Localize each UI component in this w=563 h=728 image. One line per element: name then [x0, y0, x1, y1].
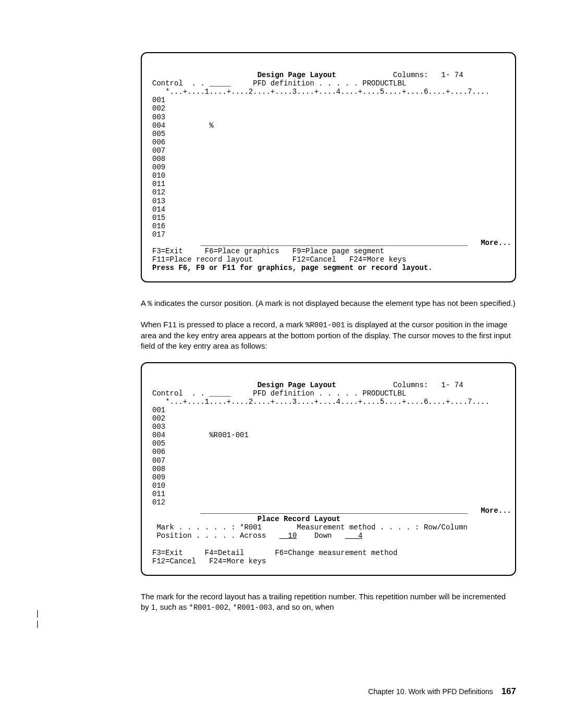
control-label: Control . .: [152, 79, 205, 88]
line: 009: [152, 473, 165, 482]
line: 003: [152, 423, 165, 431]
ruler: *...+....1....+....2....+....3....+....4…: [152, 88, 489, 96]
line: 013: [152, 197, 165, 205]
columns-value: 1- 74: [442, 71, 463, 79]
line: 010: [152, 171, 165, 180]
line: 007: [152, 456, 165, 465]
line: 014: [152, 205, 165, 214]
pfd-value: PRODUCTLBL: [362, 79, 406, 88]
line: 001: [152, 406, 165, 414]
rule: ________________________________________…: [152, 507, 468, 515]
change-bar-icon: |: [36, 609, 39, 618]
more-indicator: More...: [481, 239, 511, 247]
body-paragraph: The mark for the record layout has a tra…: [141, 591, 516, 613]
columns-label: Columns:: [393, 381, 428, 389]
inline-code: *R001-002: [189, 603, 229, 612]
line: 015: [152, 214, 165, 222]
text: , and so on, when: [272, 602, 334, 611]
chapter-label: Chapter 10. Work with PFD Definitions: [368, 687, 493, 696]
mark-label: Mark . . . . . . :: [152, 523, 236, 532]
line: 009: [152, 163, 165, 171]
text: When F11 is pressed to place a record, a…: [141, 320, 305, 329]
page-number: 167: [501, 686, 516, 696]
blank-indent: [152, 71, 258, 79]
inline-code: %: [148, 300, 152, 308]
line: 003: [152, 113, 165, 121]
inline-code: %R001-001: [305, 321, 345, 329]
terminal-screen-1: Design Page Layout Columns: 1- 74 Contro…: [141, 52, 516, 282]
line: 005: [152, 130, 165, 138]
line: 011: [152, 490, 165, 498]
sub-title: Place Record Layout: [258, 515, 341, 523]
line: 012: [152, 188, 165, 196]
line: 010: [152, 482, 165, 490]
across-label: Across: [240, 532, 266, 540]
columns-label: Columns:: [393, 71, 428, 79]
status-message: Press F6, F9 or F11 for graphics, page s…: [152, 264, 433, 272]
line: 001: [152, 96, 165, 104]
text: indicates the cursor position. (A mark i…: [152, 299, 516, 307]
rule: ________________________________________…: [152, 239, 468, 247]
inline-code: *R001-003: [233, 603, 273, 612]
body-paragraph: A % indicates the cursor position. (A ma…: [141, 298, 516, 309]
columns-value: 1- 74: [442, 381, 463, 389]
change-bar-icon: |: [36, 619, 39, 628]
screen-title: Design Page Layout: [258, 71, 336, 79]
line: 006: [152, 138, 165, 146]
measurement-method-value: Row/Column: [424, 523, 468, 532]
line: 005: [152, 439, 165, 448]
line: 006: [152, 448, 165, 456]
text: ,: [228, 602, 232, 611]
line: 002: [152, 104, 165, 113]
measurement-method-label: Measurement method . . . . :: [297, 523, 419, 532]
fkey-row: F3=Exit F6=Place graphics F9=Place page …: [152, 247, 384, 255]
line: 017: [152, 230, 165, 239]
screen-title: Design Page Layout: [258, 381, 336, 389]
line: 016: [152, 222, 165, 230]
line: 004 %: [152, 121, 214, 130]
more-indicator: More...: [481, 507, 511, 515]
body-paragraph: When F11 is pressed to place a record, a…: [141, 319, 516, 351]
line: 002: [152, 414, 165, 423]
text: A: [141, 299, 148, 307]
pfd-label: PFD definition . . . . .: [253, 389, 358, 398]
across-input[interactable]: 10: [279, 532, 297, 540]
pfd-value: PRODUCTLBL: [362, 389, 406, 398]
down-label: Down: [314, 532, 332, 540]
fkey-row: F11=Place record layout F12=Cancel F24=M…: [152, 255, 406, 264]
line: 008: [152, 155, 165, 163]
terminal-screen-2: Design Page Layout Columns: 1- 74 Contro…: [141, 362, 516, 576]
mark-value: *R001: [240, 523, 262, 532]
line: 008: [152, 465, 165, 473]
control-input[interactable]: _____: [209, 389, 231, 398]
line: 004 %R001-001: [152, 431, 249, 439]
line: 011: [152, 180, 165, 188]
line: 012: [152, 498, 165, 507]
control-input[interactable]: _____: [209, 79, 231, 88]
down-input[interactable]: 4: [345, 532, 363, 540]
control-label: Control . .: [152, 389, 205, 398]
page-footer: Chapter 10. Work with PFD Definitions 16…: [368, 686, 516, 697]
line: 007: [152, 146, 165, 155]
fkey-row: F12=Cancel F24=More keys: [152, 557, 266, 565]
position-label: Position . . . . .: [152, 532, 236, 540]
pfd-label: PFD definition . . . . .: [253, 79, 358, 88]
ruler: *...+....1....+....2....+....3....+....4…: [152, 398, 489, 406]
fkey-row: F3=Exit F4=Detail F6=Change measurement …: [152, 549, 397, 557]
